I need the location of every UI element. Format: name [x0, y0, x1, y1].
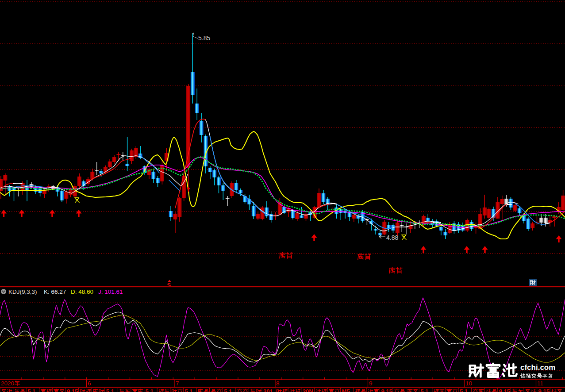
svg-text:9: 9 [369, 380, 373, 387]
svg-text:30N: 30N [303, 388, 313, 392]
svg-text:11: 11 [537, 380, 543, 387]
svg-text:S: S [167, 282, 171, 288]
svg-text:9.15: 9.15 [381, 388, 392, 392]
svg-text:6: 6 [88, 380, 91, 387]
svg-text:7: 7 [176, 380, 179, 387]
svg-text:cfchi.com: cfchi.com [520, 363, 555, 372]
svg-text:5.1: 5.1 [27, 388, 35, 392]
svg-text:10: 10 [465, 380, 472, 387]
svg-text:301: 301 [263, 388, 273, 392]
svg-text:9.15: 9.15 [499, 388, 510, 392]
svg-text:9.15: 9.15 [67, 388, 78, 392]
svg-text:5.1: 5.1 [420, 388, 428, 392]
svg-text:5.85: 5.85 [198, 35, 210, 42]
svg-text:2020: 2020 [1, 380, 14, 387]
svg-text:5.1: 5.1 [106, 388, 114, 392]
svg-text:9.15: 9.15 [538, 388, 550, 392]
svg-text:J: 101.61: J: 101.61 [98, 288, 123, 295]
svg-text:D: 48.60: D: 48.60 [71, 288, 93, 295]
svg-text:5.1: 5.1 [224, 388, 232, 392]
svg-text:M5: M5 [342, 388, 350, 392]
svg-text:4.88: 4.88 [386, 234, 398, 241]
svg-text:K: 66.27: K: 66.27 [44, 288, 66, 295]
svg-text:5.1: 5.1 [184, 388, 192, 392]
svg-text:KDJ(9,3,3): KDJ(9,3,3) [8, 288, 37, 295]
svg-text:5.1: 5.1 [460, 388, 468, 392]
svg-text:5.1: 5.1 [146, 388, 154, 392]
svg-text:8: 8 [276, 380, 280, 387]
